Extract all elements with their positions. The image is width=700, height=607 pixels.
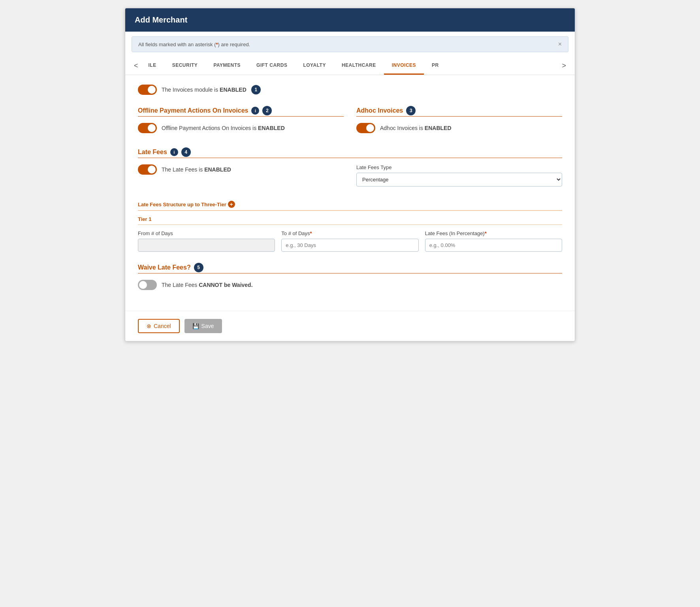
tab-gift-cards[interactable]: GIFT CARDS (248, 57, 295, 75)
offline-payments-toggle-row: Offline Payment Actions On Invoices is E… (138, 123, 344, 133)
late-fees-toggle-col: The Late Fees is ENABLED (138, 164, 344, 193)
tab-payments[interactable]: PAYMENTS (205, 57, 248, 75)
cancel-button[interactable]: ⊗ Cancel (138, 319, 180, 333)
cancel-icon: ⊗ (147, 323, 151, 329)
step-1-badge: 1 (251, 85, 261, 94)
tab-loyalty[interactable]: LOYALTY (295, 57, 334, 75)
tab-invoices[interactable]: INVOICES (384, 57, 424, 75)
offline-payments-label: Offline Payment Actions On Invoices is E… (162, 125, 285, 131)
waive-late-fees-toggle[interactable] (138, 280, 157, 290)
offline-payments-section: Offline Payment Actions On Invoices i 2 … (138, 106, 344, 136)
tab-healthcare[interactable]: HEALTHCARE (334, 57, 384, 75)
waive-late-fees-toggle-row: The Late Fees CANNOT be Waived. (138, 280, 562, 290)
late-fees-toggle[interactable] (138, 164, 157, 175)
add-merchant-modal: Add Merchant All fields marked with an a… (125, 8, 575, 341)
to-days-label: To # of Days* (281, 230, 418, 236)
adhoc-invoices-toggle[interactable] (356, 123, 375, 133)
adhoc-invoices-divider (356, 116, 562, 117)
step-3-badge: 3 (406, 106, 416, 115)
offline-payments-title: Offline Payment Actions On Invoices i 2 (138, 106, 344, 115)
late-fees-label: The Late Fees is ENABLED (162, 166, 231, 173)
footer-buttons: ⊗ Cancel 💾 Save (125, 311, 575, 341)
alert-text: All fields marked with an asterisk (*) a… (138, 41, 250, 47)
alert-bar: All fields marked with an asterisk (*) a… (132, 36, 568, 52)
from-days-input[interactable] (138, 239, 275, 252)
late-fees-percentage-group: Late Fees (In Percentage)* (425, 230, 562, 252)
late-fees-title: Late Fees i 4 (138, 147, 562, 157)
tab-pr[interactable]: PR (424, 57, 447, 75)
step-5-badge: 5 (194, 263, 203, 272)
adhoc-invoices-label: Adhoc Invoices is ENABLED (380, 125, 452, 131)
from-days-group: From # of Days (138, 230, 275, 252)
offline-payments-toggle[interactable] (138, 123, 157, 133)
adhoc-invoices-title-text: Adhoc Invoices (356, 107, 403, 114)
tabs-list: ILE SECURITY PAYMENTS GIFT CARDS LOYALTY… (141, 57, 560, 75)
late-fees-structure-row: Late Fees Structure up to Three-Tier + (138, 201, 562, 211)
late-fees-type-label: Late Fees Type (356, 164, 562, 170)
waive-late-fees-title-text: Waive Late Fees? (138, 264, 191, 271)
adhoc-invoices-section: Adhoc Invoices 3 Adhoc Invoices is ENABL… (356, 106, 562, 136)
offline-payments-title-text: Offline Payment Actions On Invoices (138, 107, 248, 114)
late-fees-percentage-label: Late Fees (In Percentage)* (425, 230, 562, 236)
save-label: Save (201, 323, 214, 329)
tabs-container: < ILE SECURITY PAYMENTS GIFT CARDS LOYAL… (125, 57, 575, 75)
late-fees-type-col: Late Fees Type Percentage Fixed Amount (356, 164, 562, 193)
late-fees-structure-text: Late Fees Structure up to Three-Tier (138, 202, 226, 207)
waive-late-fees-title: Waive Late Fees? 5 (138, 263, 562, 272)
modal-header: Add Merchant (125, 8, 575, 32)
invoices-module-toggle-row: The Invoices module is ENABLED 1 (138, 85, 562, 95)
late-fees-toggle-type-row: The Late Fees is ENABLED Late Fees Type … (138, 164, 562, 193)
to-days-group: To # of Days* (281, 230, 418, 252)
save-icon: 💾 (192, 323, 199, 329)
tabs-prev-button[interactable]: < (132, 58, 141, 74)
late-fees-title-text: Late Fees (138, 149, 167, 156)
two-col-section: Offline Payment Actions On Invoices i 2 … (138, 106, 562, 136)
content-area: The Invoices module is ENABLED 1 Offline… (125, 75, 575, 311)
tabs-next-button[interactable]: > (559, 58, 568, 74)
late-fees-structure-title: Late Fees Structure up to Three-Tier + (138, 201, 562, 208)
step-4-badge: 4 (181, 147, 191, 157)
adhoc-invoices-title: Adhoc Invoices 3 (356, 106, 562, 115)
late-fees-type-select[interactable]: Percentage Fixed Amount (356, 173, 562, 187)
tab-ile[interactable]: ILE (141, 57, 164, 75)
late-fees-type-group: Late Fees Type Percentage Fixed Amount (356, 164, 562, 187)
asterisk: * (216, 41, 218, 47)
waive-late-fees-label: The Late Fees CANNOT be Waived. (162, 282, 253, 288)
late-fees-percentage-input[interactable] (425, 239, 562, 252)
offline-payments-info-icon[interactable]: i (251, 107, 259, 115)
adhoc-invoices-toggle-row: Adhoc Invoices is ENABLED (356, 123, 562, 133)
waive-late-fees-divider (138, 273, 562, 273)
tab-security[interactable]: SECURITY (164, 57, 206, 75)
add-tier-plus-icon: + (228, 201, 235, 208)
late-fees-structure-divider (138, 210, 562, 211)
add-tier-link[interactable]: Late Fees Structure up to Three-Tier + (138, 201, 235, 208)
to-days-input[interactable] (281, 239, 418, 252)
from-days-label: From # of Days (138, 230, 275, 236)
tier-1-label: Tier 1 (138, 216, 562, 222)
invoices-module-section: The Invoices module is ENABLED 1 (138, 85, 562, 95)
tier-1-section: Tier 1 From # of Days To # of Days* Late… (138, 216, 562, 252)
cancel-label: Cancel (154, 323, 171, 329)
late-fees-info-icon[interactable]: i (170, 148, 178, 156)
modal-title: Add Merchant (135, 15, 187, 24)
tier-1-fields-row: From # of Days To # of Days* Late Fees (… (138, 230, 562, 252)
close-icon[interactable]: × (558, 41, 562, 48)
waive-late-fees-section: Waive Late Fees? 5 The Late Fees CANNOT … (138, 263, 562, 290)
late-fees-divider (138, 158, 562, 158)
offline-payments-divider (138, 116, 344, 117)
late-fees-toggle-row: The Late Fees is ENABLED (138, 164, 344, 175)
step-2-badge: 2 (262, 106, 272, 115)
tier-1-divider (138, 224, 562, 225)
late-fees-section: Late Fees i 4 The Late Fees is ENABLED (138, 147, 562, 252)
invoices-module-toggle[interactable] (138, 85, 157, 95)
invoices-module-label: The Invoices module is ENABLED (162, 87, 247, 93)
save-button[interactable]: 💾 Save (184, 319, 222, 333)
